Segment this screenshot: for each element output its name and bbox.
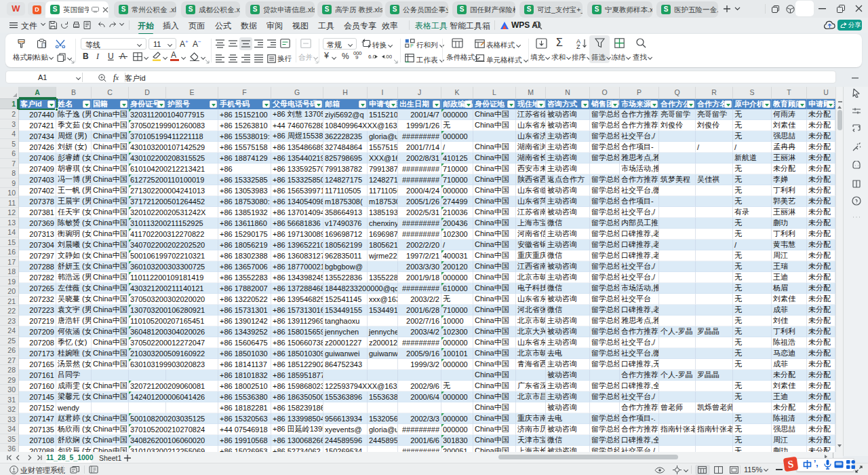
svg-text:Z: Z [576, 43, 580, 49]
svg-text:.00: .00 [384, 54, 392, 60]
svg-text:P: P [410, 43, 414, 48]
svg-text:6.0: 6.0 [368, 54, 376, 60]
